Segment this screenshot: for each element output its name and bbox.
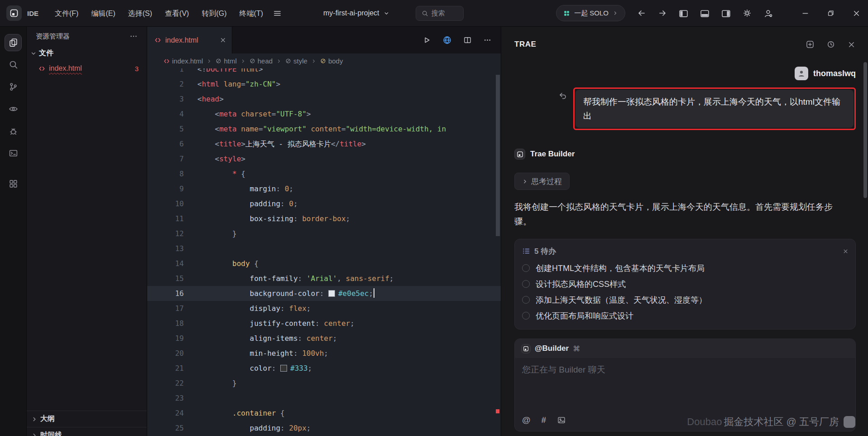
menu-item-3[interactable]: 查看(V)	[158, 0, 195, 26]
toggle-bottom-panel-icon[interactable]	[700, 9, 710, 18]
input-context-bar[interactable]: @Builder ⌘	[515, 339, 855, 358]
error-marker	[496, 409, 499, 413]
code-editor[interactable]: 1<!DOCTYPE html>2<html lang="zh-CN">3<he…	[147, 68, 501, 436]
account-icon[interactable]	[763, 9, 773, 18]
chevron-right-icon	[522, 179, 528, 184]
undo-icon[interactable]	[558, 91, 567, 100]
code-line-16[interactable]: 16 background-color: #e0e5ec;	[147, 286, 501, 301]
activity-source-control[interactable]	[0, 76, 27, 98]
user-message-bubble[interactable]: 帮我制作一张拟态风格的卡片，展示上海今天的天气，以html文件输出	[575, 90, 854, 128]
breadcrumb-item-body[interactable]: body	[320, 57, 343, 65]
outline-section[interactable]: 大纲	[27, 411, 147, 427]
file-item-index-html[interactable]: index.html 3	[27, 61, 147, 76]
menu-item-4[interactable]: 转到(G)	[195, 0, 233, 26]
open-in-browser-globe-icon[interactable]	[442, 35, 452, 45]
code-text: body {	[184, 256, 259, 271]
code-text: align-items: center;	[184, 331, 337, 346]
project-selector[interactable]: my-first-ai-project	[323, 9, 389, 17]
menu-item-5[interactable]: 终端(T)	[233, 0, 269, 26]
todo-item-label: 添加上海天气数据（温度、天气状况、湿度等）	[536, 295, 707, 305]
code-line-1[interactable]: 1<!DOCTYPE html>	[147, 68, 501, 77]
more-actions-icon[interactable]	[483, 36, 492, 44]
settings-gear-icon[interactable]	[743, 9, 752, 18]
code-line-14[interactable]: 14 body {	[147, 256, 501, 271]
token: :	[276, 184, 284, 193]
toggle-left-panel-icon[interactable]	[679, 9, 688, 18]
code-line-25[interactable]: 25 padding: 20px;	[147, 421, 501, 436]
back-button[interactable]	[637, 9, 646, 18]
code-line-17[interactable]: 17 display: flex;	[147, 301, 501, 316]
activity-extensions[interactable]	[0, 173, 27, 195]
code-line-11[interactable]: 11 box-sizing: border-box;	[147, 211, 501, 226]
activity-terminal[interactable]	[0, 142, 27, 165]
timeline-section[interactable]: 时间线	[27, 427, 147, 436]
run-button[interactable]	[422, 36, 431, 44]
activity-preview[interactable]	[0, 98, 27, 120]
breadcrumb-item-style[interactable]: style	[285, 57, 307, 65]
toggle-right-panel-icon[interactable]	[721, 9, 731, 18]
menu-item-2[interactable]: 选择(S)	[122, 0, 158, 26]
breadcrumb-label: head	[258, 57, 273, 65]
hamburger-menu-icon[interactable]	[273, 9, 282, 18]
thinking-process-toggle[interactable]: 思考过程	[514, 173, 570, 190]
chat-scrollbar[interactable]	[863, 62, 867, 198]
todo-item-3[interactable]: 优化页面布局和响应式设计	[522, 308, 849, 324]
code-line-15[interactable]: 15 font-family: 'Arial', sans-serif;	[147, 271, 501, 286]
scrollbar-thumb[interactable]	[496, 75, 500, 236]
code-line-22[interactable]: 22 }	[147, 376, 501, 391]
trae-logo[interactable]	[6, 5, 22, 21]
search-input[interactable]: 搜索	[416, 6, 464, 21]
todo-item-1[interactable]: 设计拟态风格的CSS样式	[522, 276, 849, 292]
breadcrumb-item-head[interactable]: head	[249, 57, 273, 65]
activity-search[interactable]	[0, 53, 27, 76]
chat-input[interactable]: 您正在与 Builder 聊天	[515, 358, 855, 411]
code-line-3[interactable]: 3<head>	[147, 92, 501, 107]
code-line-4[interactable]: 4 <meta charset="UTF-8">	[147, 107, 501, 121]
code-line-12[interactable]: 12 }	[147, 226, 501, 241]
split-editor-icon[interactable]	[463, 36, 472, 44]
code-line-8[interactable]: 8 * {	[147, 166, 501, 181]
editor-scrollbar[interactable]	[495, 68, 500, 436]
todo-header[interactable]: 5 待办	[522, 245, 849, 257]
code-line-7[interactable]: 7 <style>	[147, 151, 501, 166]
code-line-9[interactable]: 9 margin: 0;	[147, 181, 501, 196]
code-line-24[interactable]: 24 .container {	[147, 406, 501, 421]
history-icon[interactable]	[826, 40, 835, 49]
token: =	[341, 125, 346, 133]
code-line-6[interactable]: 6 <title>上海天气 - 拟态风格卡片</title>	[147, 136, 501, 151]
tab-close-icon[interactable]	[220, 37, 226, 44]
menu-item-1[interactable]: 编辑(E)	[85, 0, 121, 26]
minimize-button[interactable]	[801, 9, 810, 18]
forward-button[interactable]	[658, 9, 667, 18]
menu-item-0[interactable]: 文件(F)	[48, 0, 85, 26]
code-line-20[interactable]: 20 min-height: 100vh;	[147, 346, 501, 361]
restore-button[interactable]	[827, 9, 835, 18]
token	[197, 125, 215, 133]
code-line-18[interactable]: 18 justify-content: center;	[147, 316, 501, 331]
explorer-more-icon[interactable]	[129, 32, 138, 40]
code-line-2[interactable]: 2<html lang="zh-CN">	[147, 77, 501, 92]
breadcrumb-item-index.html[interactable]: index.html	[163, 57, 203, 65]
activity-files[interactable]	[0, 31, 27, 53]
code-line-21[interactable]: 21 color: #333;	[147, 361, 501, 376]
breadcrumb-item-html[interactable]: html	[216, 57, 236, 65]
todo-item-0[interactable]: 创建HTML文件结构，包含基本的天气卡片布局	[522, 260, 849, 276]
hashtag-icon[interactable]: #	[542, 415, 547, 425]
todo-collapse-icon[interactable]	[842, 248, 849, 255]
code-line-23[interactable]: 23	[147, 391, 501, 406]
close-panel-icon[interactable]	[847, 40, 856, 49]
todo-item-2[interactable]: 添加上海天气数据（温度、天气状况、湿度等）	[522, 292, 849, 308]
mention-icon[interactable]: @	[522, 415, 531, 425]
code-line-5[interactable]: 5 <meta name="viewport" content="width=d…	[147, 121, 501, 136]
token: ;	[307, 304, 311, 313]
close-window-button[interactable]	[852, 9, 861, 18]
solo-button[interactable]: 一起 SOLO	[556, 5, 625, 21]
image-upload-icon[interactable]	[557, 416, 566, 425]
activity-debug[interactable]	[0, 120, 27, 142]
code-line-19[interactable]: 19 align-items: center;	[147, 331, 501, 346]
files-section-header[interactable]: 文件	[27, 46, 147, 61]
tab-index-html[interactable]: index.html	[147, 27, 232, 53]
code-line-13[interactable]: 13	[147, 241, 501, 256]
new-chat-icon[interactable]	[806, 40, 815, 49]
code-line-10[interactable]: 10 padding: 0;	[147, 196, 501, 211]
